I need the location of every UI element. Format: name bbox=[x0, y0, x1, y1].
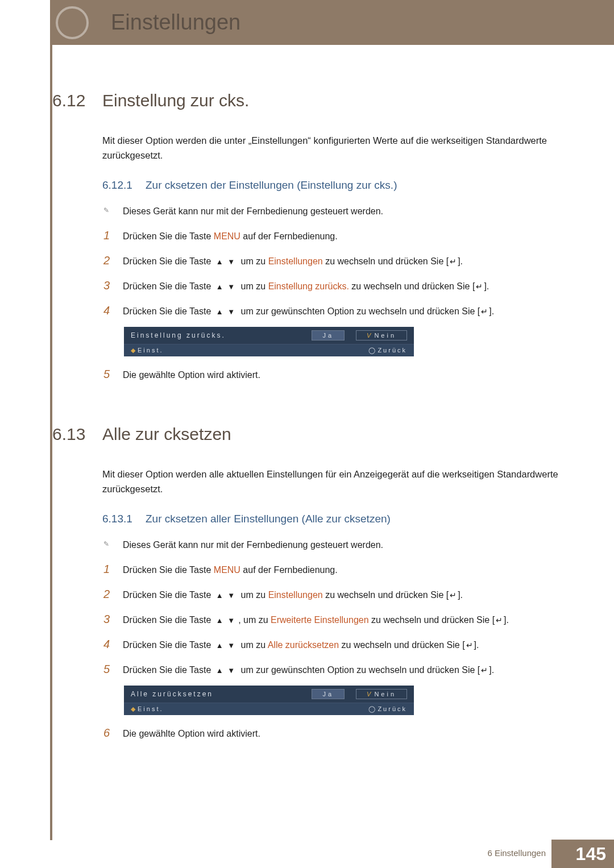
subsection-number: 6.13.1 bbox=[102, 513, 136, 525]
subsection-title: Zur cksetzen aller Einstellungen (Alle z… bbox=[146, 513, 391, 525]
section-heading-6-13: 6.13 Alle zur cksetzen bbox=[52, 425, 569, 444]
osd-button-no[interactable]: VNein bbox=[356, 330, 407, 340]
check-icon: V bbox=[367, 691, 371, 697]
svg-point-0 bbox=[57, 7, 88, 38]
step-text: Die gewählte Option wird aktiviert. bbox=[123, 368, 569, 382]
step-number: 5 bbox=[103, 661, 113, 678]
check-icon: V bbox=[367, 332, 371, 339]
bullet-icon: ◆ bbox=[131, 347, 135, 354]
step-2: 2 Drücken Sie die Taste ▲ ▼ um zu Einste… bbox=[103, 252, 569, 269]
chapter-title: Einstellungen bbox=[111, 10, 240, 35]
enter-icon: ↵ bbox=[449, 257, 458, 266]
note-text: Dieses Gerät kann nur mit der Fernbedien… bbox=[123, 540, 383, 550]
section-number: 6.12 bbox=[52, 91, 92, 110]
up-down-icon: ▲ ▼ bbox=[214, 281, 238, 293]
up-down-icon: ▲ ▼ bbox=[214, 640, 238, 651]
section-intro: Mit dieser Option werden alle aktuellen … bbox=[102, 467, 569, 497]
step-number: 3 bbox=[103, 610, 113, 628]
note-icon: ✎ bbox=[103, 206, 113, 217]
section-heading-6-12: 6.12 Einstellung zur cks. bbox=[52, 91, 569, 110]
subsection-heading-6-12-1: 6.12.1 Zur cksetzen der Einstellungen (E… bbox=[102, 179, 569, 192]
note-text: Dieses Gerät kann nur mit der Fernbedien… bbox=[123, 206, 383, 217]
step-3: 3 Drücken Sie die Taste ▲ ▼, um zu Erwei… bbox=[103, 610, 569, 628]
osd-hint-back: Zurück bbox=[377, 347, 407, 354]
osd-dialog-reset-all: Alle zurücksetzen Ja VNein ◆Einst. ◯Zurü… bbox=[124, 686, 414, 715]
enter-icon: ↵ bbox=[480, 666, 489, 675]
step-text: Drücken Sie die Taste ▲ ▼ um zu Alle zur… bbox=[123, 638, 569, 652]
step-number: 6 bbox=[103, 724, 113, 741]
step-number: 1 bbox=[103, 560, 113, 578]
step-text: Drücken Sie die Taste MENU auf der Fernb… bbox=[123, 563, 569, 577]
osd-button-yes[interactable]: Ja bbox=[312, 330, 345, 340]
remote-note: ✎ Dieses Gerät kann nur mit der Fernbedi… bbox=[103, 206, 569, 217]
step-text: Die gewählte Option wird aktiviert. bbox=[123, 727, 569, 741]
step-1: 1 Drücken Sie die Taste MENU auf der Fer… bbox=[103, 560, 569, 578]
section-title: Alle zur cksetzen bbox=[102, 425, 231, 444]
step-number: 5 bbox=[103, 366, 113, 383]
step-text: Drücken Sie die Taste ▲ ▼ um zu Einstell… bbox=[123, 255, 569, 268]
step-4: 4 Drücken Sie die Taste ▲ ▼ um zu Alle z… bbox=[103, 636, 569, 653]
section-title: Einstellung zur cks. bbox=[102, 91, 249, 110]
chapter-number-icon bbox=[52, 0, 92, 45]
osd-button-yes[interactable]: Ja bbox=[312, 689, 345, 699]
osd-title: Alle zurücksetzen bbox=[131, 690, 300, 698]
step-text: Drücken Sie die Taste ▲ ▼ um zu Einstell… bbox=[123, 588, 569, 602]
osd-dialog-reset-settings: Einstellung zurücks. Ja VNein ◆Einst. ◯Z… bbox=[124, 327, 414, 356]
osd-button-no[interactable]: VNein bbox=[356, 689, 407, 699]
osd-hint-set: Einst. bbox=[138, 347, 164, 354]
step-text: Drücken Sie die Taste ▲ ▼ um zur gewünsc… bbox=[123, 305, 569, 318]
step-number: 3 bbox=[103, 277, 113, 294]
step-number: 2 bbox=[103, 585, 113, 603]
step-3: 3 Drücken Sie die Taste ▲ ▼ um zu Einste… bbox=[103, 277, 569, 294]
step-5: 5 Die gewählte Option wird aktiviert. bbox=[103, 366, 569, 383]
remote-note: ✎ Dieses Gerät kann nur mit der Fernbedi… bbox=[103, 540, 569, 550]
subsection-heading-6-13-1: 6.13.1 Zur cksetzen aller Einstellungen … bbox=[102, 513, 569, 525]
ring-icon: ◯ bbox=[368, 347, 375, 354]
subsection-title: Zur cksetzen der Einstellungen (Einstell… bbox=[146, 179, 397, 192]
page-content: 6.12 Einstellung zur cks. Mit dieser Opt… bbox=[52, 91, 569, 749]
section-number: 6.13 bbox=[52, 425, 92, 444]
enter-icon: ↵ bbox=[475, 282, 484, 291]
up-down-icon: ▲ ▼ bbox=[214, 256, 238, 268]
up-down-icon: ▲ ▼ bbox=[214, 665, 238, 676]
step-number: 4 bbox=[103, 302, 113, 319]
bullet-icon: ◆ bbox=[131, 705, 135, 712]
step-text: Drücken Sie die Taste ▲ ▼, um zu Erweite… bbox=[123, 613, 569, 627]
osd-hint-back: Zurück bbox=[377, 705, 407, 712]
enter-icon: ↵ bbox=[449, 591, 458, 600]
up-down-icon: ▲ ▼ bbox=[214, 306, 238, 318]
enter-icon: ↵ bbox=[465, 641, 474, 650]
section-intro: Mit dieser Option werden die unter „Eins… bbox=[102, 133, 569, 163]
osd-hint-set: Einst. bbox=[138, 705, 164, 712]
step-5: 5 Drücken Sie die Taste ▲ ▼ um zur gewün… bbox=[103, 661, 569, 678]
step-number: 2 bbox=[103, 252, 113, 269]
step-number: 4 bbox=[103, 636, 113, 653]
step-text: Drücken Sie die Taste ▲ ▼ um zur gewünsc… bbox=[123, 663, 569, 677]
ring-icon: ◯ bbox=[368, 705, 375, 712]
osd-title: Einstellung zurücks. bbox=[131, 331, 300, 339]
enter-icon: ↵ bbox=[495, 616, 504, 625]
up-down-icon: ▲ ▼ bbox=[214, 590, 238, 601]
page-number: 145 bbox=[576, 844, 606, 865]
step-2: 2 Drücken Sie die Taste ▲ ▼ um zu Einste… bbox=[103, 585, 569, 603]
step-6: 6 Die gewählte Option wird aktiviert. bbox=[103, 724, 569, 741]
enter-icon: ↵ bbox=[480, 307, 489, 316]
step-4: 4 Drücken Sie die Taste ▲ ▼ um zur gewün… bbox=[103, 302, 569, 319]
up-down-icon: ▲ ▼ bbox=[214, 615, 238, 626]
step-1: 1 Drücken Sie die Taste MENU auf der Fer… bbox=[103, 227, 569, 244]
step-text: Drücken Sie die Taste ▲ ▼ um zu Einstell… bbox=[123, 280, 569, 293]
note-icon: ✎ bbox=[103, 540, 113, 550]
step-text: Drücken Sie die Taste MENU auf der Fernb… bbox=[123, 230, 569, 243]
footer-chapter-label: 6 Einstellungen bbox=[487, 848, 546, 858]
step-number: 1 bbox=[103, 227, 113, 244]
subsection-number: 6.12.1 bbox=[102, 179, 136, 192]
